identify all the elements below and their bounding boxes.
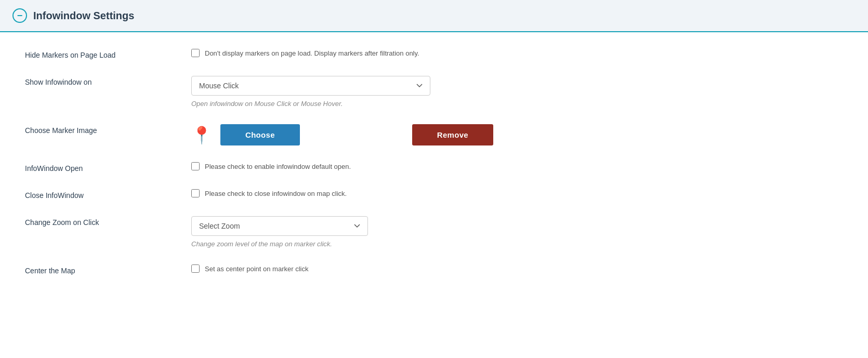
page-title: Infowindow Settings [33,10,134,22]
center-map-checkbox-label: Set as center point on marker click [205,265,308,273]
change-zoom-label: Change Zoom on Click [25,216,170,227]
center-map-row: Center the Map Set as center point on ma… [25,264,843,275]
center-map-label: Center the Map [25,264,170,275]
choose-marker-button[interactable]: Choose [220,124,300,145]
content-area: Hide Markers on Page Load Don't display … [0,32,868,308]
infowindow-open-row: InfoWindow Open Please check to enable i… [25,162,843,173]
infowindow-open-checkbox-row: Please check to enable infowindow defaul… [191,162,555,170]
hide-markers-checkbox-label: Don't display markers on page load. Disp… [205,49,419,57]
remove-marker-button[interactable]: Remove [412,124,493,145]
choose-marker-label: Choose Marker Image [25,124,170,135]
choose-marker-row: Choose Marker Image 📍 Choose Remove [25,124,843,145]
hide-markers-label: Hide Markers on Page Load [25,49,170,59]
hide-markers-checkbox[interactable] [191,49,200,57]
close-infowindow-checkbox[interactable] [191,189,200,197]
infowindow-open-label: InfoWindow Open [25,162,170,173]
show-infowindow-label: Show Infowindow on [25,76,170,86]
change-zoom-row: Change Zoom on Click Select Zoom 1 2 3 4… [25,216,843,248]
hide-markers-checkbox-row: Don't display markers on page load. Disp… [191,49,555,57]
change-zoom-control: Select Zoom 1 2 3 4 5 6 7 8 9 10 11 12 1… [191,216,555,248]
infowindow-open-checkbox-label: Please check to enable infowindow defaul… [205,163,351,170]
infowindow-open-control: Please check to enable infowindow defaul… [191,162,555,170]
hide-markers-control: Don't display markers on page load. Disp… [191,49,555,57]
infowindow-trigger-dropdown[interactable]: Mouse Click Mouse Hover [191,76,430,96]
center-map-checkbox-row: Set as center point on marker click [191,264,555,273]
header: − Infowindow Settings [0,0,868,32]
choose-marker-control: 📍 Choose Remove [191,124,555,145]
zoom-hint: Change zoom level of the map on marker c… [191,240,555,248]
zoom-dropdown[interactable]: Select Zoom 1 2 3 4 5 6 7 8 9 10 11 12 1… [191,216,368,236]
close-infowindow-row: Close InfoWindow Please check to close i… [25,189,843,200]
page-container: − Infowindow Settings Hide Markers on Pa… [0,0,868,358]
center-map-control: Set as center point on marker click [191,264,555,273]
close-infowindow-checkbox-row: Please check to close infowindow on map … [191,189,555,197]
infowindow-hint: Open infowindow on Mouse Click or Mouse … [191,100,555,108]
hide-markers-row: Hide Markers on Page Load Don't display … [25,49,843,59]
infowindow-open-checkbox[interactable] [191,162,200,170]
show-infowindow-control: Mouse Click Mouse Hover Open infowindow … [191,76,555,108]
close-infowindow-label: Close InfoWindow [25,189,170,200]
collapse-icon[interactable]: − [12,8,27,23]
map-pin-icon: 📍 [191,125,212,145]
show-infowindow-row: Show Infowindow on Mouse Click Mouse Hov… [25,76,843,108]
center-map-checkbox[interactable] [191,264,200,273]
marker-controls: 📍 Choose Remove [191,124,555,145]
close-infowindow-checkbox-label: Please check to close infowindow on map … [205,190,347,197]
close-infowindow-control: Please check to close infowindow on map … [191,189,555,197]
